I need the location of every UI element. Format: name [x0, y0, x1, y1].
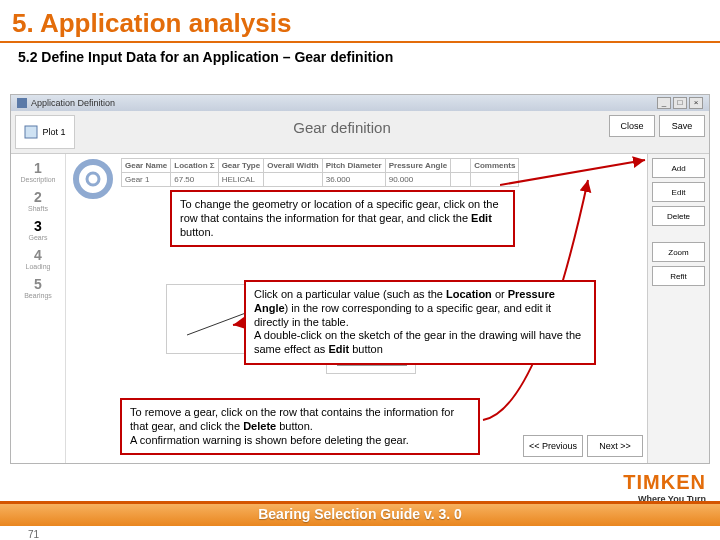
cell-geartype[interactable]: HELICAL [218, 173, 264, 187]
step-3[interactable]: 3 [11, 218, 65, 234]
save-button[interactable]: Save [659, 115, 705, 137]
cell-comments[interactable] [471, 173, 519, 187]
prev-button[interactable]: << Previous [523, 435, 583, 457]
edit-button[interactable]: Edit [652, 182, 705, 202]
gear-icon [70, 156, 116, 202]
app-icon [17, 98, 27, 108]
app-title-text: Application Definition [31, 98, 115, 108]
zoom-button[interactable]: Zoom [652, 242, 705, 262]
cell-gearname[interactable]: Gear 1 [122, 173, 171, 187]
page-number: 71 [28, 529, 39, 540]
cell-dia[interactable]: 90.000 [385, 173, 450, 187]
cell-pitch[interactable]: 36.000 [322, 173, 385, 187]
cell-width[interactable] [264, 173, 323, 187]
step-2[interactable]: 2 [11, 189, 65, 205]
close-button[interactable]: Close [609, 115, 655, 137]
slide-title: 5. Application analysis [0, 0, 720, 41]
app-titlebar: Application Definition _ □ × [11, 95, 709, 111]
col-width: Overall Width [264, 159, 323, 173]
svg-point-2 [87, 173, 99, 185]
footer-title: Bearing Selection Guide v. 3. 0 [0, 506, 720, 522]
delete-button[interactable]: Delete [652, 206, 705, 226]
minimize-button[interactable]: _ [657, 97, 671, 109]
refit-button[interactable]: Refit [652, 266, 705, 286]
step-1[interactable]: 1 [11, 160, 65, 176]
table-row[interactable]: Gear 1 67.50 HELICAL 36.000 90.000 [122, 173, 519, 187]
cell-spacer [451, 173, 471, 187]
plot-label: Plot 1 [42, 127, 65, 137]
step-4[interactable]: 4 [11, 247, 65, 263]
cell-location[interactable]: 67.50 [171, 173, 218, 187]
wizard-steps: 1 Description 2 Shafts 3 Gears 4 Loading… [11, 154, 66, 463]
next-button[interactable]: Next >> [587, 435, 643, 457]
panel-title: Gear definition [79, 111, 605, 153]
add-button[interactable]: Add [652, 158, 705, 178]
step-3-label: Gears [11, 234, 65, 241]
plot-button[interactable]: Plot 1 [15, 115, 75, 149]
maximize-button[interactable]: □ [673, 97, 687, 109]
callout-edit: To change the geometry or location of a … [170, 190, 515, 247]
logo-text: TIMKEN [623, 471, 706, 494]
col-gearname: Gear Name [122, 159, 171, 173]
step-5-label: Bearings [11, 292, 65, 299]
col-comments: Comments [471, 159, 519, 173]
callout-inline-edit: Click on a particular value (such as the… [244, 280, 596, 365]
gear-table[interactable]: Gear Name Location Σ Gear Type Overall W… [121, 158, 519, 187]
col-location: Location Σ [171, 159, 218, 173]
svg-rect-0 [25, 126, 37, 138]
step-1-label: Description [11, 176, 65, 183]
col-spacer [451, 159, 471, 173]
col-pangle: Pressure Angle [385, 159, 450, 173]
slide-subtitle: 5.2 Define Input Data for an Application… [0, 47, 720, 71]
brand-logo: TIMKEN Where You Turn [623, 471, 706, 504]
step-4-label: Loading [11, 263, 65, 270]
col-geartype: Gear Type [218, 159, 264, 173]
title-rule [0, 41, 720, 43]
plot-icon [24, 125, 38, 139]
close-window-button[interactable]: × [689, 97, 703, 109]
col-pitch: Pitch Diameter [322, 159, 385, 173]
step-5[interactable]: 5 [11, 276, 65, 292]
step-2-label: Shafts [11, 205, 65, 212]
side-toolbar: Add Edit Delete Zoom Refit [647, 154, 709, 463]
callout-delete: To remove a gear, click on the row that … [120, 398, 480, 455]
